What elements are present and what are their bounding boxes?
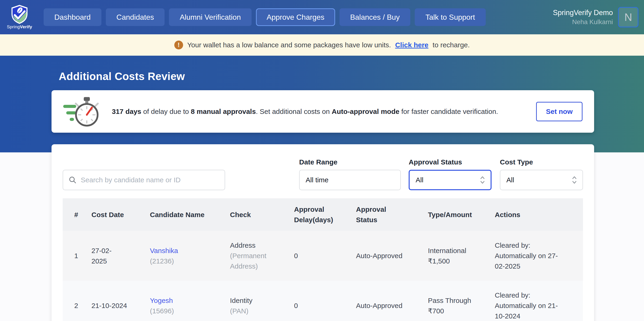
cost-type-select[interactable]: All: [500, 170, 583, 190]
account-info: SpringVerify Demo Neha Kulkarni: [553, 8, 613, 26]
recharge-link[interactable]: Click here: [395, 41, 428, 49]
cell-cost-date: 27-02-2025: [92, 231, 150, 281]
candidate-link[interactable]: Vanshika: [150, 247, 178, 255]
banner-text-after: to recharge.: [432, 41, 470, 49]
search-box[interactable]: [63, 170, 225, 190]
nav-item-talk-to-support[interactable]: Talk to Support: [415, 8, 486, 26]
approval-status-select[interactable]: All: [409, 170, 492, 190]
col-check: Check: [230, 198, 294, 231]
cell-status: Auto-Approved: [356, 281, 428, 321]
cell-actions: Cleared by: Automatically on 21-10-2024: [495, 281, 583, 321]
top-nav: SpringVerify Dashboard Candidates Alumni…: [0, 0, 644, 34]
table-body: 1 27-02-2025 Vanshika (21236) Address (P…: [63, 231, 583, 321]
col-actions: Actions: [495, 198, 583, 231]
cell-candidate: Yogesh (15696): [150, 281, 230, 321]
approval-status-filter: Approval Status All: [409, 158, 492, 190]
costs-card: Date Range All time Approval Status All …: [52, 144, 594, 321]
account-user-name: Neha Kulkarni: [553, 18, 613, 26]
low-balance-banner: ! Your wallet has a low balance and some…: [0, 34, 644, 56]
avatar[interactable]: N: [618, 7, 638, 27]
col-cost-date: Cost Date: [92, 198, 150, 231]
warning-icon: !: [174, 40, 183, 49]
page-title: Additional Costs Review: [59, 70, 644, 83]
col-type-amount: Type/Amount: [428, 198, 495, 231]
cost-type-filter: Cost Type All: [500, 158, 583, 190]
cell-delay: 0: [294, 281, 356, 321]
logo-wordmark: SpringVerify: [7, 24, 32, 29]
candidate-link[interactable]: Yogesh: [150, 297, 173, 304]
cell-type-amount: International ₹1,500: [428, 231, 495, 281]
date-range-input[interactable]: All time: [299, 170, 401, 190]
banner-text-before: Your wallet has a low balance and some p…: [187, 41, 391, 49]
nav-item-alumni-verification[interactable]: Alumni Verification: [169, 8, 251, 26]
hero-band: Additional Costs Review 31: [0, 56, 644, 152]
date-range-label: Date Range: [299, 158, 401, 166]
nav-item-candidates[interactable]: Candidates: [106, 8, 165, 26]
col-approval-delay: Approval Delay(days): [294, 198, 356, 231]
candidate-id: (21236): [150, 256, 209, 266]
costs-table: # Cost Date Candidate Name Check Approva…: [63, 198, 583, 321]
springverify-logo[interactable]: SpringVerify: [6, 5, 34, 29]
cell-status: Auto-Approved: [356, 231, 428, 281]
nav-item-dashboard[interactable]: Dashboard: [44, 8, 102, 26]
nav-items: Dashboard Candidates Alumni Verification…: [44, 8, 486, 26]
approval-status-label: Approval Status: [409, 158, 492, 166]
cell-candidate: Vanshika (21236): [150, 231, 230, 281]
nav-item-balances-buy[interactable]: Balances / Buy: [340, 8, 410, 26]
cell-index: 1: [63, 231, 92, 281]
delay-summary-text: 317 days of delay due to 8 manual approv…: [112, 108, 498, 115]
cell-delay: 0: [294, 231, 356, 281]
cell-cost-date: 21-10-2024: [92, 281, 150, 321]
candidate-id: (15696): [150, 306, 209, 316]
col-approval-status: Approval Status: [356, 198, 428, 231]
cell-index: 2: [63, 281, 92, 321]
cell-check: Address (Permanent Address): [230, 231, 294, 281]
cell-actions: Cleared by: Automatically on 27-02-2025: [495, 231, 583, 281]
date-range-filter: Date Range All time: [299, 158, 401, 190]
delay-summary-card: 317 days of delay due to 8 manual approv…: [52, 90, 594, 133]
cell-type-amount: Pass Through ₹700: [428, 281, 495, 321]
col-index: #: [63, 198, 92, 231]
search-icon: [69, 176, 76, 184]
table-row: 1 27-02-2025 Vanshika (21236) Address (P…: [63, 231, 583, 281]
table-header: # Cost Date Candidate Name Check Approva…: [63, 198, 583, 231]
col-candidate-name: Candidate Name: [150, 198, 230, 231]
nav-item-approve-charges[interactable]: Approve Charges: [256, 8, 335, 26]
shield-logo-icon: [11, 5, 28, 24]
set-now-button[interactable]: Set now: [536, 102, 582, 121]
chevron-updown-icon: [480, 175, 486, 185]
cell-check: Identity (PAN): [230, 281, 294, 321]
cost-type-label: Cost Type: [500, 158, 583, 166]
filters-row: Date Range All time Approval Status All …: [63, 158, 583, 190]
stopwatch-icon: [62, 95, 99, 128]
chevron-updown-icon: [571, 175, 578, 185]
account-org-name: SpringVerify Demo: [553, 8, 613, 18]
search-input[interactable]: [81, 176, 219, 184]
table-row: 2 21-10-2024 Yogesh (15696) Identity (PA…: [63, 281, 583, 321]
